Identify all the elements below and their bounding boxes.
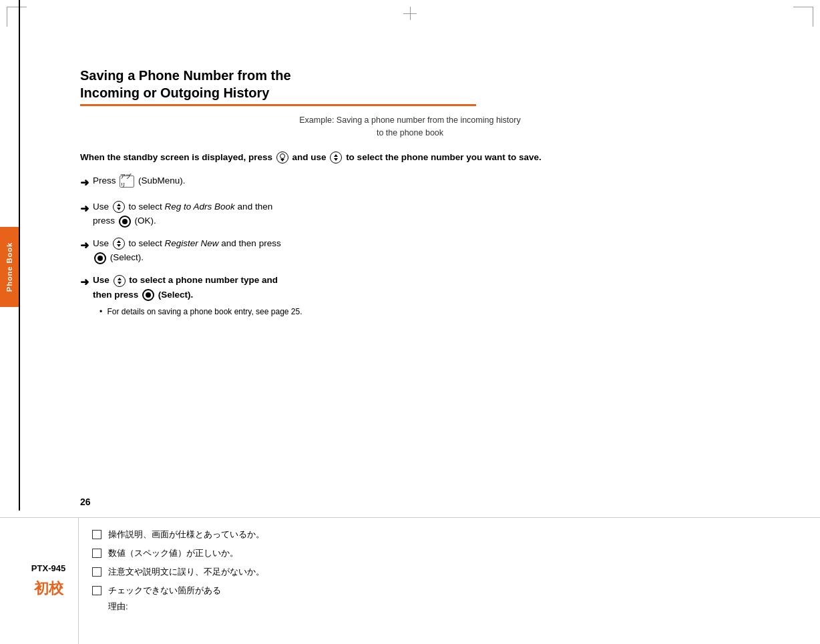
svg-marker-7	[118, 282, 122, 284]
example-text: Example: Saving a phone number from the …	[80, 114, 740, 139]
checkbox-2[interactable]	[92, 549, 101, 558]
bottom-panel: PTX-945 初校 操作説明、画面が仕様とあっているか。 数値（スペック値）が…	[0, 517, 820, 644]
nav-icon-2	[113, 201, 125, 213]
bullet-3-content: Use to select Register New and then pres…	[93, 236, 740, 265]
bullet-4: ➜ Use to select a phone number type and …	[80, 273, 740, 318]
bullet-4-content: Use to select a phone number type and th…	[93, 273, 740, 318]
nav-icon-3	[113, 238, 125, 250]
bullet-2: ➜ Use to select Reg to Adrs Book and the…	[80, 200, 740, 228]
svg-marker-6	[118, 278, 122, 280]
select-button-icon-4	[142, 289, 154, 301]
checklist-item-2: 数値（スペック値）が正しいか。	[92, 547, 807, 559]
center-cross-top	[403, 7, 417, 20]
ptx-label: PTX-945 初校	[19, 518, 79, 644]
checklist-label-3: 注意文や説明文に誤り、不足がないか。	[108, 566, 264, 578]
svg-marker-0	[334, 154, 338, 157]
sub-bullet-4: For details on saving a phone book entry…	[99, 306, 740, 318]
checklist-label-2: 数値（スペック値）が正しいか。	[108, 547, 238, 559]
checkbox-1[interactable]	[92, 530, 101, 539]
bullet-3: ➜ Use to select Register New and then pr…	[80, 236, 740, 265]
nav-icon-4	[114, 275, 126, 287]
checklist-area: 操作説明、画面が仕様とあっているか。 数値（スペック値）が正しいか。 注意文や説…	[79, 518, 820, 644]
crop-mark-tl	[7, 7, 27, 27]
arrow-1: ➜	[80, 174, 89, 192]
arrow-4: ➜	[80, 274, 89, 291]
side-tab-label: Phone Book	[5, 242, 13, 292]
svg-marker-1	[334, 158, 338, 161]
ptx-revision: 初校	[34, 579, 63, 599]
ok-button-icon	[119, 216, 131, 228]
select-button-icon-3	[94, 252, 106, 264]
title-underline	[80, 104, 740, 106]
page-title: Saving a Phone Number from the Incoming …	[80, 67, 740, 101]
bottom-inner: PTX-945 初校 操作説明、画面が仕様とあっているか。 数値（スペック値）が…	[19, 518, 820, 644]
left-border	[19, 0, 20, 511]
page-number: 26	[80, 497, 91, 507]
bullet-2-content: Use to select Reg to Adrs Book and then …	[93, 200, 740, 228]
checklist-label-4: チェックできない箇所がある	[108, 585, 221, 597]
crop-mark-tr	[793, 7, 813, 27]
standby-button-icon	[276, 151, 288, 164]
svg-marker-4	[117, 240, 121, 243]
svg-marker-3	[117, 208, 121, 210]
bullet-1: ➜ Press アプリ (SubMenu).	[80, 174, 740, 192]
checklist-label-1: 操作説明、画面が仕様とあっているか。	[108, 529, 264, 541]
svg-marker-5	[117, 244, 121, 247]
reason-item: 理由:	[92, 601, 807, 613]
ptx-code: PTX-945	[31, 563, 65, 573]
submenu-key: アプリ	[120, 176, 134, 188]
checklist-item-1: 操作説明、画面が仕様とあっているか。	[92, 529, 807, 541]
main-content: Saving a Phone Number from the Incoming …	[80, 67, 740, 511]
arrow-3: ➜	[80, 237, 89, 254]
nav-icon-intro	[330, 151, 342, 164]
bullet-1-content: Press アプリ (SubMenu).	[93, 174, 740, 188]
side-tab: Phone Book	[0, 227, 19, 307]
checklist-item-3: 注意文や説明文に誤り、不足がないか。	[92, 566, 807, 578]
checkbox-3[interactable]	[92, 567, 101, 577]
intro-paragraph: When the standby screen is displayed, pr…	[80, 150, 740, 165]
checkbox-4[interactable]	[92, 586, 101, 595]
reason-label: 理由:	[92, 601, 128, 613]
checklist-item-4: チェックできない箇所がある	[92, 585, 807, 597]
svg-marker-2	[117, 204, 121, 206]
arrow-2: ➜	[80, 200, 89, 218]
